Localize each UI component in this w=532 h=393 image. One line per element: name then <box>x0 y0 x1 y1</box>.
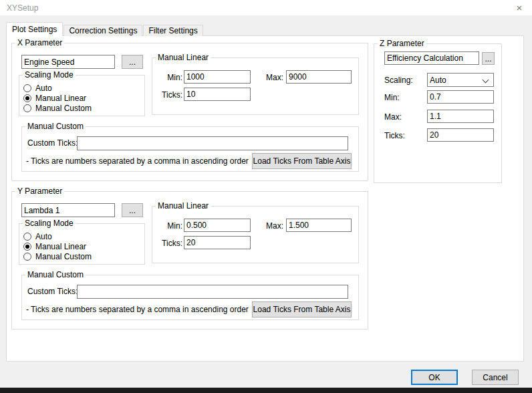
tab-correction-settings[interactable]: Correction Settings <box>63 25 142 36</box>
y-scaling-manual-custom-radio[interactable]: Manual Custom <box>19 251 144 261</box>
z-scaling-select[interactable]: Auto <box>427 73 494 87</box>
y-manual-linear-group: Manual Linear Min: Max: Ticks: <box>152 206 359 263</box>
y-scaling-manual-linear-label: Manual Linear <box>35 242 86 251</box>
radio-icon <box>23 94 31 102</box>
y-custom-ticks-input[interactable] <box>77 285 348 299</box>
z-ticks-input[interactable] <box>427 128 494 142</box>
z-min-input[interactable] <box>427 90 494 104</box>
background-strip <box>0 388 532 393</box>
x-manual-custom-group: Manual Custom Custom Ticks: - Ticks are … <box>21 126 359 172</box>
y-manual-custom-group: Manual Custom Custom Ticks: - Ticks are … <box>21 275 359 320</box>
x-scaling-mode-group: Scaling Mode Auto Manual Linear Manual C… <box>19 75 145 116</box>
x-scaling-auto-radio[interactable]: Auto <box>19 83 144 93</box>
radio-icon <box>23 253 31 261</box>
z-parameter-browse-button[interactable]: ... <box>482 52 495 65</box>
ok-button[interactable]: OK <box>411 370 458 385</box>
tab-filter-settings[interactable]: Filter Settings <box>143 25 203 36</box>
z-min-label: Min: <box>384 93 400 102</box>
cancel-button[interactable]: Cancel <box>472 370 519 385</box>
x-scaling-manual-custom-label: Manual Custom <box>35 104 92 113</box>
x-min-label: Min: <box>154 73 182 82</box>
x-manual-custom-group-label: Manual Custom <box>25 122 86 131</box>
z-parameter-input[interactable] <box>384 51 479 65</box>
radio-icon <box>23 104 31 112</box>
y-scaling-manual-linear-radio[interactable]: Manual Linear <box>19 241 144 251</box>
y-scaling-mode-group: Scaling Mode Auto Manual Linear Manual C… <box>19 223 145 265</box>
x-max-input[interactable] <box>286 70 352 84</box>
x-scaling-manual-linear-label: Manual Linear <box>35 94 86 103</box>
y-parameter-group: Y Parameter ... Scaling Mode Auto Manual… <box>11 191 368 330</box>
radio-icon <box>23 84 31 92</box>
chevron-down-icon <box>483 77 489 84</box>
z-parameter-group: Z Parameter ... Scaling: Auto Min: Max: … <box>374 43 502 183</box>
tab-plot-settings[interactable]: Plot Settings <box>6 22 63 36</box>
y-parameter-browse-button[interactable]: ... <box>122 203 143 217</box>
x-ticks-input[interactable] <box>184 88 251 101</box>
radio-icon <box>23 233 31 241</box>
x-parameter-group-label: X Parameter <box>15 39 64 47</box>
y-scaling-auto-radio[interactable]: Auto <box>19 231 144 241</box>
y-ticks-input[interactable] <box>184 236 251 249</box>
x-parameter-group: X Parameter ... Scaling Mode Auto Manual… <box>11 43 368 181</box>
x-parameter-input[interactable] <box>21 55 115 69</box>
x-scaling-manual-custom-radio[interactable]: Manual Custom <box>19 103 144 113</box>
z-max-input[interactable] <box>427 110 494 123</box>
x-ticks-note: - Ticks are numbers separated by a comma… <box>26 156 249 166</box>
radio-icon <box>23 243 31 251</box>
y-min-label: Min: <box>154 221 182 231</box>
close-icon[interactable]: × <box>511 0 528 15</box>
plot-settings-page: X Parameter ... Scaling Mode Auto Manual… <box>6 35 524 362</box>
x-load-ticks-button[interactable]: Load Ticks From Table Axis <box>252 153 352 169</box>
y-manual-custom-group-label: Manual Custom <box>25 271 86 279</box>
x-max-label: Max: <box>257 73 283 82</box>
y-scaling-manual-custom-label: Manual Custom <box>35 252 92 261</box>
x-custom-ticks-input[interactable] <box>77 136 348 150</box>
y-ticks-note: - Ticks are numbers separated by a comma… <box>26 305 249 314</box>
x-custom-ticks-label: Custom Ticks: <box>27 138 78 148</box>
x-parameter-browse-button[interactable]: ... <box>122 55 143 69</box>
y-max-label: Max: <box>257 221 283 231</box>
z-parameter-group-label: Z Parameter <box>378 39 426 48</box>
z-scaling-label: Scaling: <box>384 76 413 85</box>
y-custom-ticks-label: Custom Ticks: <box>27 287 78 296</box>
z-scaling-value: Auto <box>430 76 446 85</box>
y-load-ticks-button[interactable]: Load Ticks From Table Axis <box>252 301 352 317</box>
x-ticks-label: Ticks: <box>154 90 182 100</box>
y-scaling-auto-label: Auto <box>35 232 52 241</box>
y-min-input[interactable] <box>184 219 251 232</box>
window-title: XYSetup <box>7 3 38 13</box>
x-scaling-mode-group-label: Scaling Mode <box>23 71 76 80</box>
x-manual-linear-group-label: Manual Linear <box>156 53 211 62</box>
y-manual-linear-group-label: Manual Linear <box>156 202 211 211</box>
x-scaling-manual-linear-radio[interactable]: Manual Linear <box>19 93 144 103</box>
y-ticks-label: Ticks: <box>154 239 182 248</box>
y-parameter-input[interactable] <box>21 203 115 217</box>
x-manual-linear-group: Manual Linear Min: Max: Ticks: <box>152 57 359 115</box>
titlebar: XYSetup × <box>0 0 532 15</box>
x-scaling-auto-label: Auto <box>35 84 52 93</box>
z-ticks-label: Ticks: <box>384 131 405 140</box>
x-min-input[interactable] <box>184 70 251 84</box>
z-max-label: Max: <box>384 112 402 122</box>
y-parameter-group-label: Y Parameter <box>15 187 64 196</box>
tab-strip: Plot Settings Correction Settings Filter… <box>6 22 204 36</box>
y-max-input[interactable] <box>286 219 352 232</box>
y-scaling-mode-group-label: Scaling Mode <box>23 219 76 228</box>
